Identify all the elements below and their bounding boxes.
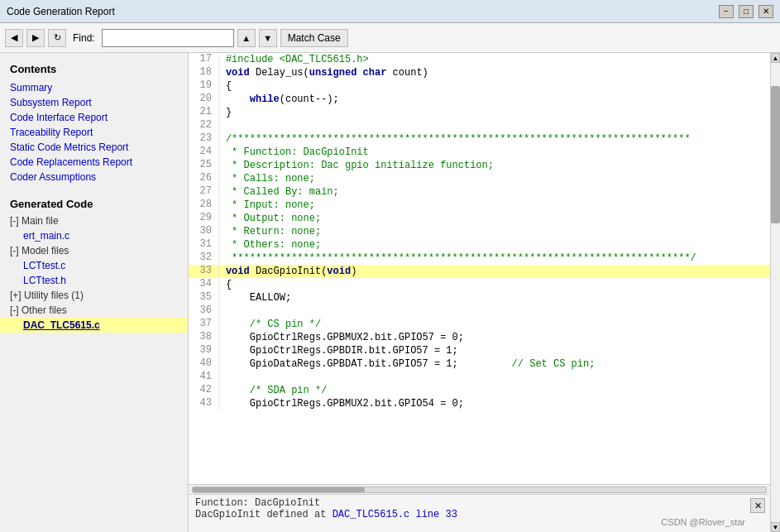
generated-code-title: Generated Code bbox=[0, 193, 188, 213]
sidebar-link-codeinterface[interactable]: Code Interface Report bbox=[0, 110, 188, 125]
lcttest-c-item: LCTtest.c bbox=[0, 258, 188, 273]
lcttest-h-item: LCTtest.h bbox=[0, 273, 188, 288]
table-row: 20 while(count--); bbox=[189, 93, 770, 106]
back-button[interactable]: ◀ bbox=[5, 29, 23, 47]
main-file-group: [-] Main file bbox=[0, 213, 188, 228]
line-number: 30 bbox=[189, 225, 218, 238]
line-code: GpioCtrlRegs.GPBMUX2.bit.GPIO54 = 0; bbox=[218, 397, 770, 410]
main-file-item: ert_main.c bbox=[0, 228, 188, 243]
window-title: Code Generation Report bbox=[7, 6, 115, 17]
status-def-link[interactable]: DAC_TLC5615.c line 33 bbox=[333, 509, 457, 520]
table-row: 41 bbox=[189, 371, 770, 384]
h-scroll-thumb[interactable] bbox=[193, 487, 365, 492]
match-case-button[interactable]: Match Case bbox=[280, 29, 348, 47]
close-button[interactable]: ✕ bbox=[758, 5, 773, 18]
sidebar-link-staticmetrics[interactable]: Static Code Metrics Report bbox=[0, 140, 188, 155]
line-code: } bbox=[218, 106, 770, 119]
sidebar-link-traceability[interactable]: Traceability Report bbox=[0, 125, 188, 140]
code-panel: 17#include <DAC_TLC5615.h>18void Delay_u… bbox=[189, 53, 770, 532]
table-row: 43 GpioCtrlRegs.GPBMUX2.bit.GPIO54 = 0; bbox=[189, 397, 770, 410]
title-bar: Code Generation Report − □ ✕ bbox=[0, 0, 780, 23]
window-controls: − □ ✕ bbox=[719, 5, 773, 18]
line-code: /* SDA pin */ bbox=[218, 384, 770, 397]
find-prev-button[interactable]: ▲ bbox=[237, 29, 256, 47]
vertical-scrollbar[interactable]: ▲ ▼ bbox=[770, 53, 780, 532]
sidebar-link-codereplacements[interactable]: Code Replacements Report bbox=[0, 155, 188, 170]
h-scroll-track[interactable] bbox=[192, 486, 767, 493]
find-input[interactable] bbox=[102, 29, 234, 47]
line-code: while(count--); bbox=[218, 93, 770, 106]
status-function: Function: DacGpioInit bbox=[195, 497, 320, 509]
line-code: * Return: none; bbox=[218, 225, 770, 238]
line-number: 37 bbox=[189, 318, 218, 331]
find-next-button[interactable]: ▼ bbox=[259, 29, 277, 47]
line-code: GpioCtrlRegs.GPBMUX2.bit.GPIO57 = 0; bbox=[218, 331, 770, 344]
table-row: 18void Delay_us(unsigned char count) bbox=[189, 66, 770, 79]
line-code: ****************************************… bbox=[218, 252, 770, 265]
line-number: 29 bbox=[189, 212, 218, 225]
table-row: 38 GpioCtrlRegs.GPBMUX2.bit.GPIO57 = 0; bbox=[189, 331, 770, 344]
table-row: 29 * Output: none; bbox=[189, 212, 770, 225]
table-row: 37 /* CS pin */ bbox=[189, 318, 770, 331]
lcttest-h-link[interactable]: LCTtest.h bbox=[23, 275, 66, 286]
line-code: GpioCtrlRegs.GPBDIR.bit.GPIO57 = 1; bbox=[218, 344, 770, 357]
table-row: 22 bbox=[189, 119, 770, 132]
v-scroll-up[interactable]: ▲ bbox=[771, 53, 780, 63]
watermark: CSDN @Rlover_star bbox=[661, 517, 745, 527]
line-code: * Output: none; bbox=[218, 212, 770, 225]
line-code: * Called By: main; bbox=[218, 185, 770, 199]
table-row: 24 * Function: DacGpioInit bbox=[189, 146, 770, 159]
line-number: 39 bbox=[189, 344, 218, 357]
sidebar-link-coderassumptions[interactable]: Coder Assumptions bbox=[0, 170, 188, 185]
line-number: 18 bbox=[189, 66, 218, 79]
find-label: Find: bbox=[73, 32, 95, 44]
v-scroll-track[interactable] bbox=[771, 63, 780, 522]
line-code: void DacGpioInit(void) bbox=[218, 265, 770, 278]
line-number: 38 bbox=[189, 331, 218, 344]
table-row: 26 * Calls: none; bbox=[189, 172, 770, 185]
minimize-button[interactable]: − bbox=[719, 5, 734, 18]
line-number: 26 bbox=[189, 172, 218, 185]
line-number: 24 bbox=[189, 146, 218, 159]
sidebar-link-summary[interactable]: Summary bbox=[0, 80, 188, 95]
maximize-button[interactable]: □ bbox=[739, 5, 754, 18]
dac-tlc5615-link[interactable]: DAC_TLC5615.c bbox=[23, 319, 100, 331]
line-number: 28 bbox=[189, 199, 218, 212]
sidebar: Contents Summary Subsystem Report Code I… bbox=[0, 53, 189, 532]
table-row: 21} bbox=[189, 106, 770, 119]
other-file-toggle[interactable]: [-] Other files bbox=[10, 304, 67, 316]
line-code: void Delay_us(unsigned char count) bbox=[218, 66, 770, 79]
line-code bbox=[218, 371, 770, 384]
line-code: * Input: none; bbox=[218, 199, 770, 212]
sidebar-link-subsystem[interactable]: Subsystem Report bbox=[0, 95, 188, 110]
ert-main-link[interactable]: ert_main.c bbox=[23, 230, 69, 242]
line-number: 41 bbox=[189, 371, 218, 384]
main-file-toggle[interactable]: [-] Main file bbox=[10, 215, 59, 227]
v-scroll-down[interactable]: ▼ bbox=[771, 522, 780, 532]
horizontal-scrollbar[interactable] bbox=[189, 484, 770, 494]
table-row: 27 * Called By: main; bbox=[189, 185, 770, 199]
utility-file-toggle[interactable]: [+] Utility files (1) bbox=[10, 290, 84, 301]
line-number: 17 bbox=[189, 53, 218, 66]
lcttest-c-link[interactable]: LCTtest.c bbox=[23, 260, 65, 271]
other-file-group: [-] Other files bbox=[0, 303, 188, 318]
refresh-button[interactable]: ↻ bbox=[48, 29, 66, 47]
table-row: 42 /* SDA pin */ bbox=[189, 384, 770, 397]
line-code: * Others: none; bbox=[218, 238, 770, 252]
table-row: 34{ bbox=[189, 278, 770, 291]
v-scroll-thumb[interactable] bbox=[771, 86, 780, 224]
main-layout: Contents Summary Subsystem Report Code I… bbox=[0, 53, 780, 532]
line-code bbox=[218, 304, 770, 318]
status-def-pre: DacGpioInit defined at bbox=[195, 509, 333, 520]
table-row: 35 EALLOW; bbox=[189, 291, 770, 304]
table-row: 19{ bbox=[189, 79, 770, 93]
table-row: 30 * Return: none; bbox=[189, 225, 770, 238]
table-row: 39 GpioCtrlRegs.GPBDIR.bit.GPIO57 = 1; bbox=[189, 344, 770, 357]
line-number: 43 bbox=[189, 397, 218, 410]
contents-title: Contents bbox=[0, 60, 188, 80]
code-scroll-area[interactable]: 17#include <DAC_TLC5615.h>18void Delay_u… bbox=[189, 53, 770, 484]
close-status-button[interactable]: ✕ bbox=[750, 498, 765, 513]
line-code: #include <DAC_TLC5615.h> bbox=[218, 53, 770, 66]
model-file-toggle[interactable]: [-] Model files bbox=[10, 245, 69, 256]
forward-button[interactable]: ▶ bbox=[26, 29, 45, 47]
